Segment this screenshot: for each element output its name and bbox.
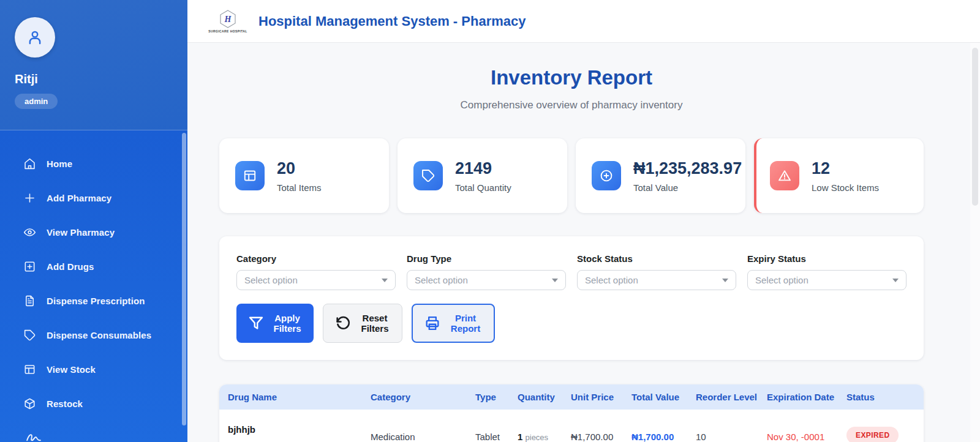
filter-stock-status: Stock Status Select option — [577, 253, 736, 290]
print-report-button[interactable]: Print Report — [412, 304, 495, 343]
page-title: Inventory Report — [219, 66, 924, 89]
filter-expiry-status: Expiry Status Select option — [747, 253, 907, 290]
chevron-down-icon — [382, 279, 388, 282]
column-header: Type — [475, 392, 518, 402]
logo-hexagon-icon: H — [219, 9, 237, 29]
button-label: Apply Filters — [272, 313, 303, 334]
drug-type-select[interactable]: Select option — [407, 270, 566, 290]
rotate-ccw-icon — [334, 315, 352, 332]
sidebar-item-add-drugs[interactable]: Add Drugs — [0, 249, 187, 283]
sidebar-item-label: View Stock — [47, 364, 96, 375]
table-header-row: Drug Name Category Type Quantity Unit Pr… — [219, 384, 924, 410]
chevron-down-icon — [892, 279, 899, 282]
layout-icon — [23, 363, 36, 376]
column-header: Unit Price — [571, 392, 631, 402]
sidebar-item-label: Add Drugs — [47, 261, 94, 272]
alert-triangle-icon — [770, 161, 799, 190]
select-placeholder: Select option — [755, 275, 809, 285]
app-title: Hospital Management System - Pharmacy — [258, 13, 526, 29]
document-icon — [23, 294, 36, 307]
sidebar-item-view-pharmacy[interactable]: View Pharmacy — [0, 215, 187, 249]
category-select[interactable]: Select option — [236, 270, 396, 290]
filter-label: Drug Type — [407, 253, 566, 264]
sidebar-item-add-pharmacy[interactable]: Add Pharmacy — [0, 181, 187, 215]
main-area: H SURGICARE HOSPITAL Hospital Management… — [187, 0, 980, 442]
select-placeholder: Select option — [244, 275, 298, 285]
cell-unit-price: ₦1,700.00 — [571, 410, 631, 442]
sidebar-item-home[interactable]: Home — [0, 146, 187, 181]
hospital-logo: H SURGICARE HOSPITAL — [208, 9, 247, 33]
column-header: Drug Name — [228, 392, 371, 402]
sidebar-scrollbar[interactable] — [182, 133, 186, 425]
brand-name: SURGICARE HOSPITAL — [208, 29, 247, 33]
filter-category: Category Select option — [236, 253, 396, 290]
sidebar-item-label: Home — [47, 159, 72, 169]
sidebar-item-label: Add Pharmacy — [47, 193, 111, 203]
filter-label: Expiry Status — [747, 253, 907, 264]
cell-drug-name: bjhhjb — [228, 410, 371, 435]
window-scrollbar-thumb[interactable] — [972, 48, 978, 206]
stat-value: 2149 — [455, 159, 511, 178]
table-icon — [235, 161, 265, 190]
sidebar-item-label: Dispense Prescription — [47, 296, 145, 306]
plus-square-icon — [23, 260, 36, 273]
sidebar-item-dispense-prescription[interactable]: Dispense Prescription — [0, 283, 187, 318]
cell-quantity: 1 pieces — [518, 410, 571, 442]
plus-icon — [23, 192, 36, 204]
stock-status-select[interactable]: Select option — [577, 270, 736, 290]
column-header: Expiration Date — [767, 392, 846, 402]
sidebar-item-more[interactable] — [0, 421, 187, 442]
reset-filters-button[interactable]: Reset Filters — [323, 304, 402, 343]
stat-label: Total Value — [633, 182, 742, 193]
table-row[interactable]: bjhhjb Medication Tablet 1 pieces ₦1,700… — [219, 410, 924, 442]
filter-label: Stock Status — [577, 253, 736, 264]
quantity-unit: pieces — [526, 433, 549, 442]
sidebar-item-restock[interactable]: Restock — [0, 386, 187, 421]
cell-type: Tablet — [475, 410, 518, 442]
column-header: Quantity — [518, 392, 571, 402]
chevron-down-icon — [552, 279, 558, 282]
column-header: Reorder Level — [696, 392, 767, 402]
expiry-status-select[interactable]: Select option — [747, 270, 907, 290]
cell-reorder-level: 10 — [696, 410, 767, 442]
apply-filters-button[interactable]: Apply Filters — [236, 304, 314, 343]
sidebar-item-dispense-consumables[interactable]: Dispense Consumables — [0, 318, 187, 352]
avatar[interactable] — [15, 17, 55, 58]
stat-label: Total Items — [277, 182, 322, 193]
button-label: Print Report — [448, 313, 483, 334]
sidebar-item-label: Restock — [47, 399, 83, 409]
sidebar-item-label: View Pharmacy — [47, 227, 115, 238]
tag-icon — [413, 161, 443, 190]
quantity-number: 1 — [518, 432, 522, 442]
filter-label: Category — [236, 253, 396, 264]
stat-card-low-stock: 12 Low Stock Items — [754, 138, 924, 213]
stat-value: ₦1,235,283.97 — [633, 159, 742, 178]
role-badge: admin — [15, 94, 58, 109]
top-header: H SURGICARE HOSPITAL Hospital Management… — [187, 0, 980, 43]
filter-drug-type: Drug Type Select option — [407, 253, 566, 290]
signature-icon — [23, 430, 44, 442]
stat-card-total-items: 20 Total Items — [219, 138, 389, 213]
page-content: Inventory Report Comprehensive overview … — [187, 43, 980, 442]
inventory-table: Drug Name Category Type Quantity Unit Pr… — [219, 384, 924, 442]
package-icon — [23, 397, 36, 410]
svg-text:H: H — [224, 15, 232, 24]
stat-label: Low Stock Items — [812, 182, 879, 193]
cell-category: Medication — [371, 410, 475, 442]
select-placeholder: Select option — [585, 275, 638, 285]
cell-status: EXPIRED — [846, 410, 915, 442]
stat-card-total-value: ₦1,235,283.97 Total Value — [576, 138, 745, 213]
stat-value: 20 — [277, 159, 322, 178]
stat-cards: 20 Total Items 2149 Total Quantity — [219, 138, 924, 213]
eye-icon — [23, 226, 36, 239]
tag-icon — [23, 329, 36, 342]
column-header: Status — [846, 392, 915, 402]
cell-total-value: ₦1,700.00 — [631, 410, 696, 442]
window-scrollbar-track[interactable] — [970, 43, 980, 442]
sidebar-item-label: Dispense Consumables — [47, 330, 151, 340]
sidebar-nav: Home Add Pharmacy View Pharmacy Add Drug… — [0, 130, 187, 442]
column-header: Total Value — [631, 392, 696, 402]
printer-icon — [424, 315, 441, 332]
sidebar-item-view-stock[interactable]: View Stock — [0, 352, 187, 386]
plus-circle-icon — [592, 161, 621, 190]
